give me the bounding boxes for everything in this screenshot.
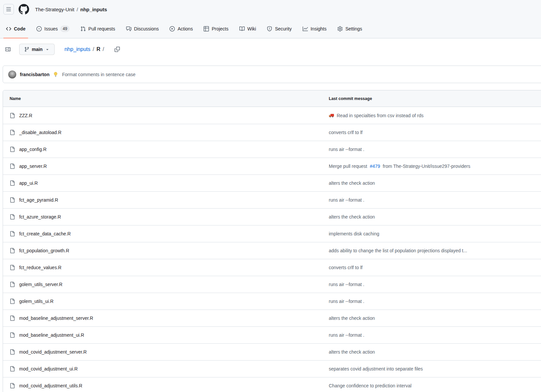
file-name-link[interactable]: mod_covid_adjustment_server.R (19, 349, 87, 355)
pull-request-link[interactable]: #479 (370, 164, 380, 169)
github-logo[interactable] (19, 4, 29, 15)
tab-pull-requests[interactable]: Pull requests (78, 20, 118, 38)
commit-message-text[interactable]: runs air --format . (329, 197, 364, 203)
table-row: mod_baseline_adjustment_server.R alters … (3, 310, 541, 326)
commit-message-text[interactable]: runs air --format . (329, 147, 364, 152)
file-name-link[interactable]: app_ui.R (19, 180, 38, 186)
commit-message-text[interactable]: runs air --format . (329, 282, 364, 287)
file-name-cell: mod_covid_adjustment_ui.R (3, 366, 329, 371)
tab-security[interactable]: Security (264, 20, 294, 38)
commit-author-link[interactable]: francisbarton (20, 72, 49, 77)
expand-sidebar-button[interactable] (3, 44, 13, 55)
breadcrumb-org-link[interactable]: The-Strategy-Unit (35, 7, 74, 12)
sidebar-expand-icon (5, 47, 11, 52)
file-name-link[interactable]: mod_baseline_adjustment_ui.R (19, 332, 84, 338)
commit-message-text[interactable]: runs air --format . (329, 332, 364, 338)
path-breadcrumb: nhp_inputs / R / (65, 46, 104, 52)
file-name-cell: fct_create_data_cache.R (3, 231, 329, 236)
table-row: fct_population_growth.R adds ability to … (3, 242, 541, 259)
commit-message-text[interactable]: converts crlf to lf (329, 265, 363, 270)
commit-message-cell: implements disk caching (329, 231, 541, 236)
commit-message-cell: converts crlf to lf (329, 265, 541, 270)
github-mark-icon (19, 4, 29, 15)
file-name-link[interactable]: fct_azure_storage.R (19, 214, 61, 220)
file-table: Name Last commit message ZZZ.R Read in s… (3, 90, 541, 392)
table-row: ZZZ.R Read in specialties from csv inste… (3, 107, 541, 124)
breadcrumb-repo-link[interactable]: nhp_inputs (80, 7, 107, 12)
tab-wiki[interactable]: Wiki (237, 20, 259, 38)
file-name-link[interactable]: ZZZ.R (19, 113, 32, 118)
file-name-link[interactable]: fct_reduce_values.R (19, 265, 62, 270)
copy-path-button[interactable] (113, 45, 122, 54)
commit-message-text[interactable]: alters the check action (329, 316, 375, 321)
table-row: fct_reduce_values.R converts crlf to lf (3, 259, 541, 276)
tab-issues[interactable]: Issues49 (34, 20, 72, 38)
commit-message-link[interactable]: Format comments in sentence case (62, 72, 135, 77)
file-name-cell: fct_population_growth.R (3, 248, 329, 253)
table-icon (204, 26, 209, 31)
file-name-link[interactable]: app_config.R (19, 147, 47, 152)
file-name-cell: mod_covid_adjustment_server.R (3, 349, 329, 355)
commit-message-cell: runs air --format . (329, 282, 541, 287)
graph-icon (303, 26, 308, 31)
tab-code[interactable]: Code (3, 20, 28, 38)
commit-message-cell: runs air --format . (329, 332, 541, 338)
hamburger-menu-button[interactable] (3, 4, 14, 15)
tab-discussions[interactable]: Discussions (123, 20, 162, 38)
tab-settings[interactable]: Settings (335, 20, 365, 38)
issue-opened-icon (36, 26, 42, 31)
file-name-cell: app_ui.R (3, 180, 329, 186)
tab-label: Pull requests (88, 26, 115, 31)
commit-message-cell: runs air --format . (329, 197, 541, 203)
commit-message-text[interactable]: adds ability to change the list of popul… (329, 248, 467, 253)
branch-name: main (32, 47, 43, 52)
file-name-link[interactable]: fct_population_growth.R (19, 248, 69, 253)
tab-label: Wiki (247, 26, 256, 31)
file-name-link[interactable]: app_server.R (19, 164, 47, 169)
file-toolbar: main nhp_inputs / R / (3, 44, 541, 55)
three-bars-icon (6, 7, 11, 12)
commit-message-prefix[interactable]: Merge pull request (329, 164, 367, 169)
table-row: mod_covid_adjustment_ui.R separates covi… (3, 360, 541, 377)
tab-label: Code (14, 26, 25, 31)
shield-icon (267, 26, 272, 31)
file-name-cell: fct_reduce_values.R (3, 265, 329, 270)
file-icon (10, 248, 15, 253)
file-name-link[interactable]: mod_covid_adjustment_ui.R (19, 366, 78, 371)
path-separator: / (93, 46, 94, 52)
file-name-link[interactable]: _disable_autoload.R (19, 130, 62, 135)
path-repo-link[interactable]: nhp_inputs (65, 46, 90, 52)
commit-message-text[interactable]: Read in specialties from csv instead of … (337, 113, 423, 118)
tab-label: Settings (345, 26, 362, 31)
tab-insights[interactable]: Insights (300, 20, 329, 38)
commit-message-suffix[interactable]: from The-Strategy-Unit/issue297-provider… (383, 164, 470, 169)
file-name-cell: ZZZ.R (3, 113, 329, 118)
file-icon (10, 147, 15, 152)
file-name-link[interactable]: golem_utils_server.R (19, 282, 63, 287)
light-bulb-icon (53, 72, 58, 77)
commit-message-cell: Merge pull request #479 from The-Strateg… (329, 164, 541, 169)
commit-message-text[interactable]: alters the check action (329, 180, 375, 186)
file-name-link[interactable]: mod_covid_adjustment_utils.R (19, 383, 82, 388)
file-name-link[interactable]: golem_utils_ui.R (19, 299, 54, 304)
commit-message-text[interactable]: converts crlf to lf (329, 130, 363, 135)
commit-message-text[interactable]: runs air --format . (329, 299, 364, 304)
branch-selector-button[interactable]: main (19, 44, 55, 55)
file-name-cell: fct_age_pyramid.R (3, 197, 329, 203)
commit-message-text[interactable]: Change confidence to prediction interval (329, 383, 412, 388)
commit-message-cell: alters the check action (329, 214, 541, 220)
copy-icon (115, 47, 120, 52)
column-header-last-commit-message: Last commit message (329, 96, 541, 101)
commit-message-text[interactable]: alters the check action (329, 214, 375, 220)
table-row: golem_utils_ui.R runs air --format . (3, 293, 541, 310)
file-name-link[interactable]: fct_create_data_cache.R (19, 231, 71, 236)
tab-actions[interactable]: Actions (167, 20, 195, 38)
file-name-link[interactable]: mod_baseline_adjustment_server.R (19, 316, 93, 321)
commit-message-text[interactable]: separates covid adjustment into separate… (329, 366, 423, 371)
avatar[interactable] (8, 71, 16, 78)
file-name-link[interactable]: fct_age_pyramid.R (19, 197, 58, 203)
commit-message-text[interactable]: alters the check action (329, 349, 375, 355)
commit-message-text[interactable]: implements disk caching (329, 231, 379, 236)
tab-projects[interactable]: Projects (201, 20, 231, 38)
table-row: _disable_autoload.R converts crlf to lf (3, 124, 541, 141)
